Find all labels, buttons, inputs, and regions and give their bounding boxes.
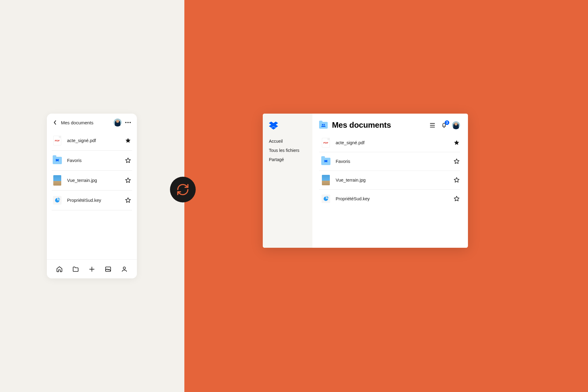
back-button[interactable]: [52, 120, 58, 125]
image-icon: [105, 266, 111, 273]
file-name: acte_signé.pdf: [67, 138, 120, 143]
notification-badge: 3: [445, 120, 449, 125]
desktop-file-list: PDF acte_signé.pdf Favoris: [319, 134, 460, 208]
dropbox-logo[interactable]: [269, 122, 306, 130]
sidebar-nav: Accueil Tous les fichiers Partagé: [269, 139, 306, 162]
star-button[interactable]: [125, 177, 131, 184]
star-button[interactable]: [453, 195, 460, 202]
mobile-app-mockup: Mes documents PDF acte_signé.pdf Favoris: [47, 114, 137, 278]
dropbox-mini-icon: [55, 159, 59, 162]
desktop-main: Mes documents 3 PDF acte_signé.pdf: [312, 114, 468, 248]
star-outline-icon: [125, 157, 131, 164]
svg-point-1: [127, 122, 129, 123]
mobile-file-list: PDF acte_signé.pdf Favoris Vue_te: [47, 131, 137, 278]
file-name: PropriétéSud.key: [67, 198, 120, 203]
folder-icon: [321, 156, 331, 166]
star-outline-icon: [454, 196, 460, 202]
nav-photos-button[interactable]: [104, 265, 112, 273]
star-outline-icon: [125, 197, 131, 203]
mobile-title: Mes documents: [61, 120, 111, 125]
file-name: Vue_terrain.jpg: [67, 178, 120, 183]
avatar[interactable]: [452, 121, 460, 129]
home-icon: [56, 266, 63, 273]
list-item[interactable]: Favoris: [52, 150, 132, 170]
svg-point-5: [322, 124, 323, 125]
pie-chart-icon: [323, 196, 329, 202]
shared-folder-icon: [319, 122, 328, 129]
keynote-file-icon: [52, 195, 62, 205]
list-item[interactable]: Vue_terrain.jpg: [52, 170, 132, 190]
desktop-title: Mes documents: [332, 120, 424, 130]
plus-icon: [89, 266, 95, 273]
file-name: Vue_terrain.jpg: [336, 178, 448, 183]
file-name: Favoris: [336, 159, 448, 164]
pdf-file-icon: PDF: [52, 136, 62, 145]
svg-point-0: [125, 122, 126, 123]
file-name: PropriétéSud.key: [336, 196, 448, 201]
pdf-file-icon: PDF: [321, 138, 331, 148]
dropbox-mini-icon: [324, 160, 328, 163]
chevron-left-icon: [54, 120, 57, 125]
sidebar-item-shared[interactable]: Partagé: [269, 157, 306, 162]
desktop-app-mockup: Accueil Tous les fichiers Partagé Mes do…: [263, 114, 468, 248]
list-item[interactable]: PDF acte_signé.pdf: [52, 131, 132, 150]
list-item[interactable]: PDF acte_signé.pdf: [319, 134, 460, 152]
svg-point-4: [123, 267, 126, 269]
dropbox-logo-icon: [269, 122, 278, 130]
notifications-button[interactable]: 3: [440, 122, 448, 129]
keynote-file-icon: [321, 194, 331, 204]
nav-home-button[interactable]: [55, 265, 64, 273]
star-outline-icon: [454, 177, 460, 183]
pie-chart-icon: [55, 198, 60, 203]
sidebar-item-home[interactable]: Accueil: [269, 139, 306, 144]
star-filled-icon: [125, 138, 131, 144]
more-horizontal-icon: [125, 122, 131, 123]
list-item[interactable]: Favoris: [319, 152, 460, 171]
file-name: Favoris: [67, 158, 120, 163]
nav-account-button[interactable]: [120, 265, 129, 273]
list-icon: [430, 123, 435, 128]
star-button[interactable]: [453, 177, 460, 183]
people-mini-icon: [321, 124, 326, 127]
avatar[interactable]: [114, 119, 122, 126]
list-view-button[interactable]: [429, 122, 436, 129]
nav-add-button[interactable]: [88, 265, 96, 273]
star-button[interactable]: [453, 139, 460, 146]
star-button[interactable]: [125, 197, 131, 204]
mobile-header: Mes documents: [47, 114, 137, 131]
star-filled-icon: [454, 140, 460, 146]
list-item[interactable]: PropriétéSud.key: [319, 190, 460, 208]
sidebar-item-all-files[interactable]: Tous les fichiers: [269, 148, 306, 153]
person-icon: [121, 266, 128, 273]
star-button[interactable]: [453, 158, 460, 165]
image-thumbnail-icon: [321, 175, 331, 185]
desktop-header: Mes documents 3: [319, 120, 460, 130]
folder-outline-icon: [72, 266, 79, 273]
sync-badge: [170, 177, 196, 202]
more-button[interactable]: [125, 122, 131, 123]
star-outline-icon: [125, 177, 131, 183]
star-button[interactable]: [125, 157, 131, 164]
folder-icon: [52, 156, 62, 165]
sync-icon: [176, 183, 190, 196]
nav-files-button[interactable]: [71, 265, 80, 273]
mobile-bottom-nav: [47, 259, 137, 278]
svg-point-2: [130, 122, 131, 123]
image-thumbnail-icon: [52, 175, 62, 185]
file-name: acte_signé.pdf: [336, 140, 448, 145]
desktop-sidebar: Accueil Tous les fichiers Partagé: [263, 114, 312, 248]
list-item[interactable]: PropriétéSud.key: [52, 190, 132, 210]
star-button[interactable]: [125, 137, 131, 144]
star-outline-icon: [454, 158, 460, 164]
svg-point-6: [323, 124, 325, 125]
list-item[interactable]: Vue_terrain.jpg: [319, 171, 460, 190]
